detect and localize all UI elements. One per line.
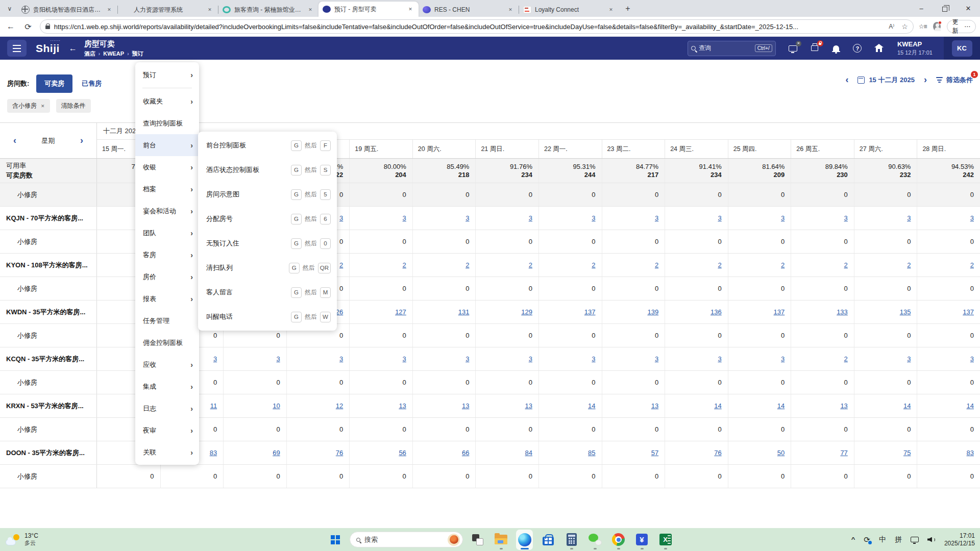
room-count-link[interactable]: 3 xyxy=(970,214,974,222)
menu-item[interactable]: 集成› xyxy=(135,375,199,397)
browser-tab[interactable]: 人力资源管理系统✕ xyxy=(118,3,218,17)
submenu-item[interactable]: 叫醒电话G然后W xyxy=(198,305,337,329)
menu-item[interactable]: 团队› xyxy=(135,222,199,244)
date-header-cell[interactable]: 28 周日. xyxy=(917,140,980,158)
tab-close-icon[interactable]: ✕ xyxy=(306,6,314,14)
date-header-cell[interactable]: 25 周四. xyxy=(728,140,791,158)
breadcrumb-property[interactable]: KWEAP xyxy=(103,51,124,57)
room-count-link[interactable]: 3 xyxy=(718,355,721,363)
room-count-link[interactable]: 76 xyxy=(714,449,721,457)
sync-icon[interactable]: ⟳ xyxy=(864,535,870,544)
tab-close-icon[interactable]: ✕ xyxy=(406,5,414,13)
submenu-item[interactable]: 酒店状态控制面板G然后S xyxy=(198,158,337,182)
prev-week-chevron-icon[interactable]: ‹ xyxy=(13,135,16,146)
yuan-app-taskbar-icon[interactable]: ¥ xyxy=(633,530,650,550)
room-count-link[interactable]: 3 xyxy=(529,214,532,222)
tab-close-icon[interactable]: ✕ xyxy=(607,6,615,14)
room-count-link[interactable]: 50 xyxy=(777,449,785,457)
room-count-link[interactable]: 77 xyxy=(840,449,847,457)
app-search-input[interactable]: 查询 Ctrl+/ xyxy=(688,41,776,56)
favorite-star-icon[interactable]: ☆ xyxy=(901,22,908,31)
menu-item[interactable]: 收银› xyxy=(135,156,199,178)
read-aloud-icon[interactable]: A⁾ xyxy=(889,23,894,30)
new-tab-button[interactable]: + xyxy=(621,2,634,15)
speaker-icon[interactable] xyxy=(927,536,936,543)
taskbar-search[interactable]: 搜索 xyxy=(350,532,463,547)
room-count-link[interactable]: 14 xyxy=(777,402,785,410)
workstation-icon[interactable]: ✕ xyxy=(788,43,798,54)
room-count-link[interactable]: 3 xyxy=(465,214,469,222)
menu-item[interactable]: 佣金控制面板 xyxy=(135,332,199,354)
room-count-link[interactable]: 3 xyxy=(655,355,658,363)
room-count-link[interactable]: 3 xyxy=(781,214,785,222)
profile-avatar-icon[interactable] xyxy=(933,22,941,31)
menu-item[interactable]: 收藏夹› xyxy=(135,90,199,112)
next-date-chevron-icon[interactable]: › xyxy=(924,74,927,85)
room-count-link[interactable]: 3 xyxy=(403,214,406,222)
room-count-link[interactable]: 3 xyxy=(655,214,658,222)
chip-remove-icon[interactable]: ✕ xyxy=(41,104,45,109)
room-count-link[interactable]: 2 xyxy=(844,261,848,269)
room-count-link[interactable]: 14 xyxy=(903,402,911,410)
close-button[interactable]: ✕ xyxy=(957,0,980,17)
browser-tab[interactable]: Loyalty Connect✕ xyxy=(519,3,619,17)
room-count-link[interactable]: 2 xyxy=(339,261,343,269)
date-picker[interactable]: 15 十二月 2025 xyxy=(857,76,915,85)
menu-item[interactable]: 应收› xyxy=(135,354,199,375)
submenu-item[interactable]: 清扫队列G然后QR xyxy=(198,256,337,280)
menu-item[interactable]: 预订› xyxy=(135,64,199,86)
tray-expand-chevron-icon[interactable]: ^ xyxy=(851,537,855,543)
room-count-link[interactable]: 85 xyxy=(588,449,595,457)
room-count-link[interactable]: 3 xyxy=(465,355,469,363)
store-taskbar-icon[interactable] xyxy=(540,530,556,550)
date-header-cell[interactable]: 27 周六. xyxy=(854,140,917,158)
app-back-icon[interactable]: ← xyxy=(69,44,77,53)
room-count-link[interactable]: 137 xyxy=(963,308,974,316)
date-header-cell[interactable]: 22 周一. xyxy=(538,140,602,158)
room-count-link[interactable]: 13 xyxy=(462,402,469,410)
room-count-link[interactable]: 12 xyxy=(336,402,343,410)
url-text[interactable]: https://cn1.web.ep.shiji.world/reports/a… xyxy=(54,23,885,31)
menu-item[interactable]: 客房› xyxy=(135,244,199,266)
update-browser-button[interactable]: 更新 ⋯ xyxy=(947,20,976,33)
room-count-link[interactable]: 3 xyxy=(592,355,595,363)
room-count-link[interactable]: 2 xyxy=(970,261,974,269)
browser-tab[interactable]: 贵阳机场智选假日酒店系统网址导✕ xyxy=(17,3,117,17)
collections-icon[interactable]: ☆≡ xyxy=(919,23,927,30)
tab-close-icon[interactable]: ✕ xyxy=(206,6,214,14)
breadcrumb-hotel[interactable]: 酒店 xyxy=(84,50,95,58)
avatar[interactable]: KC xyxy=(952,40,972,57)
room-count-link[interactable]: 139 xyxy=(647,308,658,316)
room-count-link[interactable]: 13 xyxy=(399,402,406,410)
submenu-item[interactable]: 前台控制面板G然后F xyxy=(198,133,337,158)
taskbar-weather[interactable]: 13°C 多云 xyxy=(6,533,38,546)
room-count-link[interactable]: 2 xyxy=(529,261,532,269)
room-count-link[interactable]: 13 xyxy=(840,402,847,410)
property-info[interactable]: KWEAP 15 12月 17:01 xyxy=(897,40,933,57)
date-header-cell[interactable]: 24 周三. xyxy=(665,140,728,158)
user-avatar-panel[interactable]: KC xyxy=(944,37,980,60)
tab-search-chevron-icon[interactable]: ∨ xyxy=(3,2,16,15)
taskbar-clock[interactable]: 17:01 2025/12/15 xyxy=(944,532,975,547)
room-count-link[interactable]: 3 xyxy=(907,214,911,222)
date-header-cell[interactable]: 20 周六. xyxy=(412,140,476,158)
start-button[interactable] xyxy=(327,530,344,550)
room-count-link[interactable]: 2 xyxy=(781,261,785,269)
room-count-link[interactable]: 3 xyxy=(907,355,911,363)
room-count-link[interactable]: 3 xyxy=(970,355,974,363)
room-count-link[interactable]: 2 xyxy=(718,261,721,269)
room-count-link[interactable]: 57 xyxy=(651,449,658,457)
ime-mode-indicator[interactable]: 拼 xyxy=(895,535,902,544)
room-count-link[interactable]: 129 xyxy=(521,308,532,316)
submenu-item[interactable]: 客人留言G然后M xyxy=(198,280,337,305)
room-count-link[interactable]: 2 xyxy=(592,261,595,269)
room-count-link[interactable]: 14 xyxy=(967,402,974,410)
date-header-cell[interactable]: 21 周日. xyxy=(475,140,538,158)
clear-filters-button[interactable]: 清除条件 xyxy=(56,99,91,113)
room-count-link[interactable]: 3 xyxy=(592,214,595,222)
ime-language-indicator[interactable]: 中 xyxy=(879,535,886,544)
calculator-taskbar-icon[interactable] xyxy=(563,530,580,550)
room-count-link[interactable]: 83 xyxy=(210,449,217,457)
room-count-link[interactable]: 14 xyxy=(714,402,721,410)
tab-close-icon[interactable]: ✕ xyxy=(105,6,113,14)
